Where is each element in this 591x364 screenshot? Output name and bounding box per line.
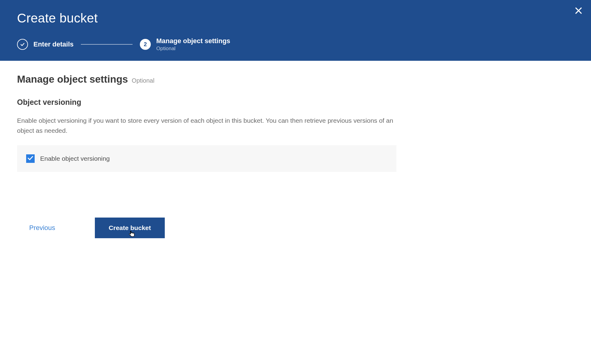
check-circle-icon [17,39,28,50]
page-title: Create bucket [17,11,574,26]
step-label: Manage object settings [156,37,230,45]
checkmark-icon [27,155,34,163]
close-icon [574,11,583,16]
previous-button[interactable]: Previous [17,220,67,236]
versioning-option-box: Enable object versioning [17,145,396,172]
checkbox-label: Enable object versioning [40,155,110,162]
create-bucket-button[interactable]: Create bucket [95,218,165,238]
enable-versioning-checkbox[interactable] [26,154,35,163]
create-bucket-label: Create bucket [109,224,151,231]
subsection-description: Enable object versioning if you want to … [17,116,396,136]
section-title-tag: Optional [132,77,154,84]
wizard-header: Create bucket Enter details 2 Manage obj… [0,0,591,61]
subsection-title: Object versioning [17,98,396,107]
wizard-footer: Previous Create bucket [0,218,591,238]
step-sublabel: Optional [156,46,230,52]
step-number-icon: 2 [140,39,151,50]
step-connector [81,44,133,45]
step-enter-details[interactable]: Enter details [17,39,74,50]
step-label: Enter details [33,40,74,48]
step-indicator: Enter details 2 Manage object settings O… [17,37,574,52]
step-manage-object-settings[interactable]: 2 Manage object settings Optional [140,37,230,52]
main-content: Manage object settings Optional Object v… [0,61,413,172]
section-heading-row: Manage object settings Optional [17,74,396,85]
pointer-cursor-icon [127,230,136,240]
close-button[interactable] [574,6,583,16]
section-title: Manage object settings [17,74,128,85]
